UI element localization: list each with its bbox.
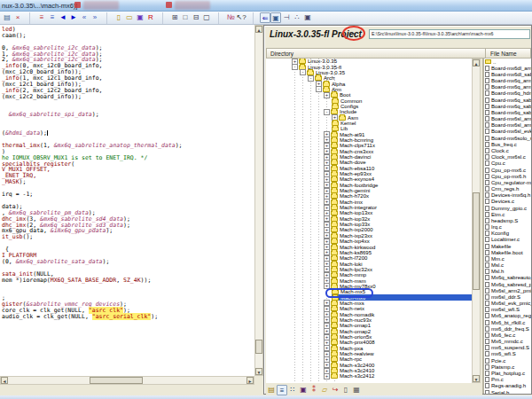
code-line[interactable]: it_usb(); — [2, 234, 254, 240]
forward-icon[interactable]: ► — [68, 12, 79, 23]
file-list-item[interactable]: mx6_wfi.S — [484, 351, 531, 357]
file-list-item[interactable]: Mx6sl_evk_pmic_pfuze100.c — [484, 301, 531, 307]
file-list-item[interactable]: Mx6sl_arm2_pmic_pfuze100.c — [484, 287, 531, 293]
filename-column-header[interactable]: File Name — [490, 51, 517, 57]
file-list-item[interactable]: Msl.c — [484, 262, 531, 269]
background-tab[interactable] — [83, 1, 119, 10]
indent-icon[interactable]: » — [90, 12, 100, 23]
directory-tree[interactable]: +Linux-3.0.35-Linux-3.0.35-fl-Linux-3.0.… — [266, 59, 472, 383]
window-split-icon[interactable]: ⊟ — [191, 12, 201, 23]
file-list-item[interactable]: Board-mx6sl_arm2.h — [484, 122, 531, 129]
link-icon[interactable]: ⊣ — [281, 12, 292, 23]
code-editor-pane[interactable]: led)caam(); 0, &mx6q_sabrelite_i2c_data)… — [0, 25, 263, 385]
code-line[interactable]: mem *)ioremap(MX6Q_SATA_BASE_ADDR, SZ_4K… — [2, 278, 254, 284]
bookmark-set-icon[interactable]: ≡ — [36, 12, 47, 23]
code-line[interactable]: V_MUX1_OFFSET, — [2, 167, 254, 173]
file-list-item[interactable]: Irq.c — [484, 223, 531, 230]
new-doc-icon[interactable]: ▯ — [340, 385, 351, 395]
code-line[interactable] — [2, 289, 254, 295]
file-list-item[interactable]: Clock_mx6sl.c — [484, 154, 531, 160]
scroll-left-button[interactable]: ◄ — [1, 377, 8, 384]
file-list-item[interactable]: mx6sl_ddr.S — [484, 293, 531, 300]
project-window-icon[interactable]: ▣ — [270, 12, 281, 23]
file-list-item[interactable]: Devices-imx6q.h — [484, 192, 531, 199]
window-tile-icon[interactable]: ⊞ — [169, 12, 180, 23]
code-line[interactable]: (mxc_i2c2_board_info)); — [2, 94, 254, 100]
horizontal-scroll-thumb[interactable] — [90, 377, 143, 384]
project-window[interactable]: Linux-3.0.35-fl Project ⇦ E:\Src\linux\l… — [263, 25, 532, 395]
replace-icon[interactable]: × — [12, 12, 23, 23]
code-line[interactable]: thermal_imx(1, &mx6q_sabrelite_anatop_th… — [2, 143, 254, 149]
file-list-item[interactable]: Board-mx6q_sabresd.c — [484, 109, 531, 115]
code-line[interactable] — [2, 283, 254, 289]
file-list-item[interactable]: Board-mx6sl_arm2.c — [484, 116, 531, 122]
code-line[interactable]: led) — [2, 27, 254, 33]
code-line[interactable]: (0, &mx6q_sabrelite_sata_data); — [2, 259, 254, 265]
code-line[interactable]: (&hdmi_data); — [2, 130, 254, 137]
file-list-item[interactable]: Mx6_bt_rfkill.c — [484, 319, 531, 325]
file-list-item[interactable]: Makefile.boot — [484, 249, 531, 255]
properties-icon[interactable]: ▦ — [351, 385, 362, 395]
new-file-icon[interactable]: ▯ — [113, 12, 124, 23]
code-line[interactable]: &mx6q_sabrelite_spi_data); — [2, 112, 254, 118]
code-line[interactable] — [2, 118, 254, 124]
vertical-scroll-thumb[interactable] — [255, 340, 262, 354]
tree-item[interactable]: +Mach-s3c2412 — [266, 373, 472, 379]
code-line[interactable]: audio_clk = clk_get(NULL, "asrc_serial_c… — [2, 314, 254, 320]
numbering-icon[interactable]: № — [225, 12, 236, 23]
editor-horizontal-scrollbar[interactable]: ◄ ► — [0, 376, 254, 385]
file-list-item[interactable]: Makefile — [484, 243, 531, 249]
icon-view-icon[interactable]: ∷ — [287, 385, 298, 395]
directory-column-header[interactable]: Directory — [270, 51, 293, 57]
file-list-item[interactable]: Cpu_op-mx6.h — [484, 173, 531, 179]
tree-item-content[interactable]: Mach-s3c2412 — [331, 373, 472, 379]
code-line[interactable]: irq = -1; — [2, 192, 254, 198]
editor-vertical-scrollbar[interactable]: ▲ ▼ — [254, 25, 263, 376]
reference-icon[interactable]: R — [145, 12, 156, 23]
file-list-item[interactable]: mx6_ddr_freq.S — [484, 325, 531, 332]
file-list-item[interactable]: Board-mx6dl_arm2.c — [484, 65, 531, 71]
file-list[interactable]: ..Board-mx6dl_arm2.cBoard-mx6dl_sabresd.… — [484, 59, 531, 394]
tree-scroll-up-button[interactable]: ▲ — [473, 59, 480, 66]
tree-scroll-down-button[interactable]: ▼ — [473, 375, 480, 382]
file-list-item[interactable]: Board-mx6q_arm2.h — [484, 84, 531, 90]
outdent-icon[interactable]: « — [79, 12, 90, 23]
file-list-item[interactable]: Pm.c — [484, 377, 531, 383]
panel-icon[interactable]: ▣ — [302, 12, 313, 23]
file-list-item[interactable]: Cpu_op-mx6.c — [484, 167, 531, 173]
file-list-item[interactable]: Mm.c — [484, 255, 531, 262]
file-list-item[interactable]: Board-mx6q_sabrelite.c — [484, 103, 531, 109]
file-list-item[interactable]: Mx6_anatop_regulator.c — [484, 313, 531, 319]
code-line[interactable] — [2, 198, 254, 204]
tree-scroll-thumb[interactable] — [473, 192, 480, 290]
code-line[interactable]: _MASK); — [2, 179, 254, 185]
expand-icon[interactable]: + — [324, 373, 330, 379]
file-sync-icon[interactable]: ▤ — [266, 385, 277, 395]
file-list-item[interactable]: Msl.h — [484, 269, 531, 275]
file-list-item[interactable]: Cpu.c — [484, 160, 531, 167]
code-line[interactable]: { — [2, 246, 254, 253]
code-line[interactable] — [2, 100, 254, 106]
bookmark-clear-icon[interactable]: ≡ — [47, 12, 58, 23]
file-list-item[interactable]: Pcie.c — [484, 357, 531, 364]
code-line[interactable]: _ENET_IRQ, — [2, 173, 254, 179]
scroll-up-button[interactable]: ▲ — [255, 26, 262, 33]
file-list-item[interactable]: Etm.c — [484, 211, 531, 217]
browse-icon[interactable]: ▣ — [298, 385, 309, 395]
relation-icon[interactable]: ∴ — [292, 12, 302, 23]
file-list-item[interactable]: Kconfig — [484, 231, 531, 237]
code-line[interactable] — [2, 240, 254, 246]
file-list-item[interactable]: Regs-anadig.h — [484, 383, 531, 389]
file-list-item[interactable]: Board-mx6dl_sabresd.c — [484, 71, 531, 77]
file-list-item[interactable]: Crm_regs.h — [484, 185, 531, 192]
file-list-item[interactable]: Devices.c — [484, 199, 531, 205]
file-list-item[interactable]: Mx6_mmdc.c — [484, 339, 531, 345]
file-list-item[interactable]: mx6sl_wfi.S — [484, 307, 531, 313]
file-list-item[interactable]: Board-mx6sl_evk.c — [484, 129, 531, 135]
file-list-item[interactable]: .. — [484, 59, 531, 65]
project-path-box[interactable]: E:\Src\linux\linux-3.0.35-fl\linux-3.0.3… — [369, 29, 530, 39]
detail-view-icon[interactable]: ≡ — [277, 385, 287, 395]
file-list-item[interactable]: Board-mx6q_arm2.c — [484, 78, 531, 84]
file-list-item[interactable]: headsmp.S — [484, 217, 531, 223]
context-help-icon[interactable]: ↖? — [236, 12, 246, 23]
